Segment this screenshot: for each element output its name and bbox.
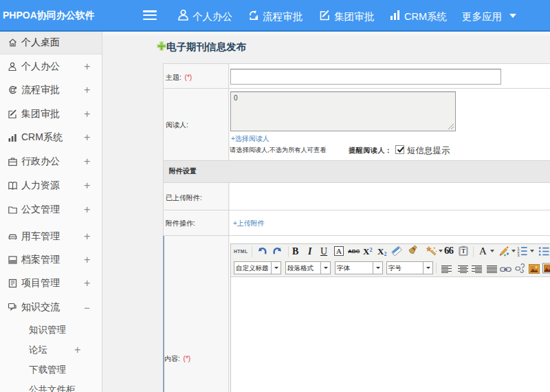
svg-text:T: T: [461, 248, 465, 254]
svg-text:3.: 3.: [517, 253, 520, 257]
